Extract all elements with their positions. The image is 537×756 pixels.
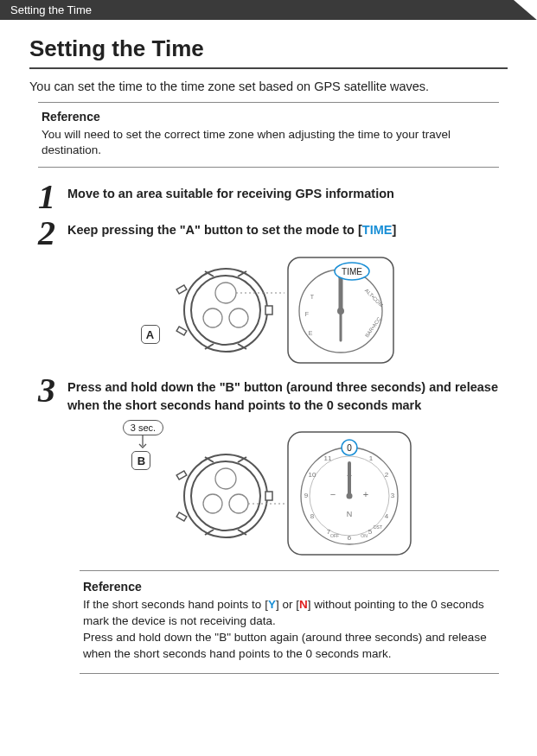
reference-2-text: If the short seconds hand points to [Y] …: [83, 597, 495, 663]
svg-text:8: 8: [310, 512, 315, 520]
svg-text:DST: DST: [374, 524, 382, 530]
svg-text:5: 5: [368, 528, 373, 536]
svg-text:−: −: [330, 489, 336, 499]
page-content: Setting the Time You can set the time to…: [0, 20, 537, 683]
svg-rect-6: [176, 327, 187, 335]
svg-text:10: 10: [309, 471, 316, 479]
svg-point-52: [347, 493, 353, 499]
button-a-label: A: [141, 325, 160, 344]
svg-text:ON: ON: [361, 533, 368, 538]
y-mark: Y: [268, 598, 276, 611]
svg-text:6: 6: [348, 534, 352, 542]
svg-rect-7: [176, 285, 187, 294]
step-2-prefix: Keep pressing the "A" button to set the …: [67, 223, 362, 237]
reference-box-1: Reference You will need to set the corre…: [38, 102, 499, 168]
svg-text:4: 4: [385, 512, 389, 520]
svg-rect-25: [176, 512, 187, 521]
step-1-text: Move to an area suitable for receiving G…: [67, 181, 394, 202]
step-number: 2: [38, 218, 67, 249]
step-2-suffix: ]: [392, 223, 396, 237]
svg-point-21: [215, 468, 236, 489]
button-b-label: B: [131, 451, 150, 470]
step-3-illustration: 3 sec. B: [29, 419, 508, 558]
mode-dial-diagram: M ALT•COM BAR•ACC F T E TIME: [284, 254, 397, 366]
step-2-illustration: A M A: [29, 254, 508, 366]
svg-text:OFF: OFF: [330, 533, 339, 538]
svg-text:3: 3: [391, 492, 395, 499]
svg-point-23: [229, 494, 248, 513]
svg-point-22: [203, 494, 222, 513]
mode-word: TIME: [362, 223, 393, 237]
seconds-dial-diagram: 0 1 2 3 4 5 6 7 8 9 10 11 ON DST OFF: [284, 429, 414, 558]
watch-diagram-b: [163, 429, 284, 558]
svg-rect-5: [265, 306, 272, 314]
step-3: 3 Press and hold down the "B" button (ar…: [38, 375, 499, 414]
svg-text:11: 11: [324, 454, 332, 462]
time-badge-text: TIME: [342, 267, 362, 276]
intro-text: You can set the time to the time zone se…: [29, 79, 508, 93]
svg-point-17: [337, 308, 344, 314]
n-mark: N: [299, 598, 308, 611]
svg-point-3: [203, 308, 222, 327]
svg-text:1: 1: [369, 454, 374, 462]
svg-text:0: 0: [347, 443, 352, 453]
svg-point-2: [215, 283, 236, 303]
svg-point-4: [229, 308, 248, 327]
svg-text:9: 9: [304, 492, 309, 499]
svg-text:E: E: [308, 330, 312, 336]
svg-text:2: 2: [385, 471, 389, 479]
bubble-tail-icon: [137, 435, 148, 451]
step-3-text: Press and hold down the "B" button (arou…: [67, 375, 499, 414]
svg-rect-26: [176, 471, 187, 480]
hold-duration-bubble: 3 sec.: [123, 420, 163, 435]
breadcrumb-text: Setting the Time: [10, 3, 92, 16]
reference-label: Reference: [83, 580, 495, 594]
svg-text:T: T: [310, 294, 314, 300]
step-number: 1: [38, 181, 67, 213]
svg-rect-24: [265, 492, 272, 500]
reference-label: Reference: [42, 110, 495, 124]
reference-text: You will need to set the correct time zo…: [42, 127, 495, 158]
reference-box-2: Reference If the short seconds hand poin…: [80, 570, 499, 674]
breadcrumb-bar: Setting the Time: [0, 0, 537, 20]
svg-text:N: N: [347, 510, 353, 518]
page-title: Setting the Time: [29, 35, 508, 69]
step-number: 3: [38, 375, 67, 406]
svg-text:F: F: [304, 311, 308, 317]
svg-text:+: +: [363, 489, 368, 499]
step-2-text: Keep pressing the "A" button to set the …: [67, 218, 396, 238]
watch-diagram: [163, 254, 284, 366]
step-1: 1 Move to an area suitable for receiving…: [38, 181, 499, 213]
step-2: 2 Keep pressing the "A" button to set th…: [38, 218, 499, 249]
